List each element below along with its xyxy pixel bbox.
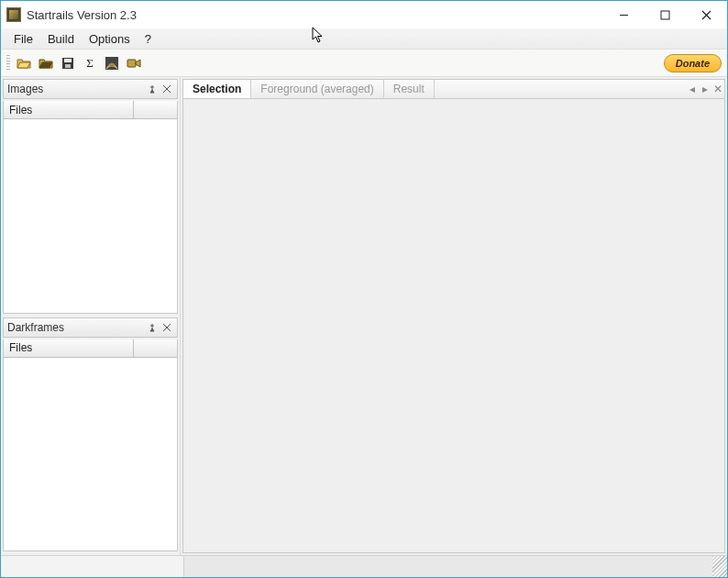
menu-build[interactable]: Build xyxy=(40,32,82,46)
darkframes-panel-title: Darkframes xyxy=(7,321,64,334)
tab-result[interactable]: Result xyxy=(384,80,435,98)
statusbar xyxy=(1,555,727,577)
client-area: Images Files Darkframes xyxy=(1,77,727,555)
images-panel: Images Files xyxy=(3,79,178,316)
darkframes-list-area[interactable] xyxy=(4,358,177,551)
menu-options[interactable]: Options xyxy=(82,32,138,46)
open-darkframes-button[interactable] xyxy=(36,53,56,73)
darkframes-column-header[interactable]: Files xyxy=(4,339,134,358)
toolbar: Σ Donate xyxy=(1,50,727,77)
startrails-button[interactable] xyxy=(102,53,122,73)
open-images-button[interactable] xyxy=(14,53,34,73)
tab-next-icon[interactable]: ▸ xyxy=(699,80,711,98)
tabstrip: Selection Foreground (averaged) Result ◂… xyxy=(182,79,725,99)
menu-help[interactable]: ? xyxy=(138,32,159,46)
pin-icon[interactable] xyxy=(146,83,159,95)
pin-icon[interactable] xyxy=(146,321,159,334)
average-button[interactable]: Σ xyxy=(80,53,100,73)
menubar: File Build Options ? xyxy=(1,28,727,50)
minimize-button[interactable] xyxy=(603,1,645,28)
close-icon[interactable] xyxy=(160,321,173,334)
svg-rect-5 xyxy=(64,59,72,62)
donate-button[interactable]: Donate xyxy=(664,54,722,72)
svg-rect-9 xyxy=(127,60,136,67)
images-column-header[interactable]: Files xyxy=(4,101,134,119)
app-icon xyxy=(6,7,21,22)
left-sidebar: Images Files Darkframes xyxy=(1,77,181,555)
tab-prev-icon[interactable]: ◂ xyxy=(686,80,699,98)
toolbar-grip[interactable] xyxy=(6,55,10,72)
video-button[interactable] xyxy=(124,53,144,73)
content-area[interactable] xyxy=(182,99,725,553)
tab-foreground[interactable]: Foreground (averaged) xyxy=(251,80,383,98)
svg-rect-1 xyxy=(661,11,669,19)
status-left xyxy=(1,556,184,577)
darkframes-panel-header[interactable]: Darkframes xyxy=(3,317,178,338)
svg-rect-6 xyxy=(65,64,71,68)
images-list-area[interactable] xyxy=(4,119,177,313)
main-area: Selection Foreground (averaged) Result ◂… xyxy=(182,79,725,553)
status-main xyxy=(184,556,712,577)
resize-grip[interactable] xyxy=(712,556,727,577)
close-icon[interactable] xyxy=(160,83,173,95)
tab-selection[interactable]: Selection xyxy=(183,80,251,98)
images-panel-header[interactable]: Images xyxy=(3,79,178,99)
images-list[interactable]: Files xyxy=(3,101,178,314)
darkframes-list[interactable]: Files xyxy=(3,339,178,552)
images-panel-title: Images xyxy=(7,83,43,95)
save-button[interactable] xyxy=(58,53,78,73)
svg-text:Σ: Σ xyxy=(86,56,94,70)
close-button[interactable] xyxy=(686,1,727,28)
titlebar: Startrails Version 2.3 xyxy=(1,1,727,28)
darkframes-column-spacer xyxy=(134,339,177,358)
images-column-spacer xyxy=(134,101,177,119)
window-title: Startrails Version 2.3 xyxy=(27,8,137,22)
tab-close-icon[interactable]: ✕ xyxy=(711,80,724,98)
menu-file[interactable]: File xyxy=(6,32,40,46)
maximize-button[interactable] xyxy=(645,1,686,28)
darkframes-panel: Darkframes Files xyxy=(3,317,178,554)
